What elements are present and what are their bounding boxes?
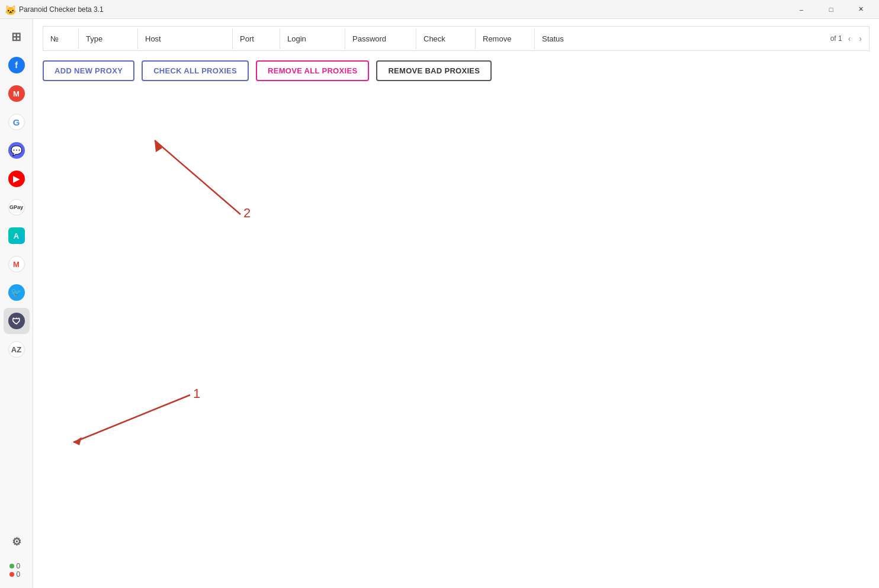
- sidebar-item-gmail-m[interactable]: M: [4, 251, 30, 277]
- google-icon: G: [8, 114, 25, 130]
- svg-marker-1: [73, 437, 82, 445]
- red-count: 0: [17, 570, 21, 579]
- apps-icon: ⊞: [8, 28, 25, 45]
- title-bar-left: 🐱 Paranoid Checker beta 3.1: [5, 5, 104, 14]
- pagination: of 1 ‹ ›: [830, 33, 864, 44]
- sidebar-item-az[interactable]: AZ: [4, 336, 30, 362]
- svg-marker-3: [155, 140, 162, 152]
- sidebar-item-discord[interactable]: 💬: [4, 137, 30, 163]
- shield-icon: 🛡: [8, 313, 25, 329]
- title-bar: 🐱 Paranoid Checker beta 3.1 – □ ✕: [0, 0, 879, 19]
- col-port: Port: [233, 28, 280, 49]
- minimize-button[interactable]: –: [788, 0, 815, 19]
- next-page-button[interactable]: ›: [856, 33, 864, 44]
- app-icon: 🐱: [5, 5, 14, 14]
- col-password: Password: [345, 28, 416, 49]
- sidebar-item-astra[interactable]: A: [4, 223, 30, 249]
- sidebar-item-shield[interactable]: 🛡: [4, 308, 30, 334]
- col-num: №: [43, 28, 79, 49]
- settings-button[interactable]: ⚙: [4, 529, 30, 555]
- maximize-button[interactable]: □: [817, 0, 845, 19]
- sidebar-item-facebook[interactable]: f: [4, 52, 30, 78]
- gmail-red-icon: M: [8, 85, 25, 102]
- col-host: Host: [138, 28, 233, 49]
- sidebar-item-gpay[interactable]: GPay: [4, 194, 30, 220]
- youtube-icon: ▶: [8, 171, 25, 187]
- astra-icon: A: [8, 227, 25, 244]
- sidebar-item-apps[interactable]: ⊞: [4, 24, 30, 50]
- prev-page-button[interactable]: ‹: [846, 33, 854, 44]
- buttons-row: ADD NEW PROXY CHECK ALL PROXIES REMOVE A…: [33, 51, 879, 91]
- twitter-icon: 🐦: [8, 284, 25, 301]
- annotations-layer: 1 2: [33, 19, 879, 588]
- facebook-icon: f: [8, 57, 25, 73]
- green-count: 0: [17, 562, 21, 570]
- window-controls: – □ ✕: [788, 0, 874, 19]
- sidebar-item-gmail-red[interactable]: M: [4, 81, 30, 107]
- app-title: Paranoid Checker beta 3.1: [19, 5, 104, 14]
- check-all-proxies-button[interactable]: CHECK ALL PROXIES: [142, 60, 249, 81]
- remove-bad-proxies-button[interactable]: REMOVE BAD PROXIES: [376, 60, 492, 81]
- annotation-1-label: 1: [193, 386, 200, 401]
- col-check: Check: [416, 28, 476, 49]
- col-login: Login: [280, 28, 345, 49]
- page-info: of 1: [830, 34, 842, 43]
- col-status: Status of 1 ‹ ›: [535, 27, 869, 50]
- green-status-row: 0: [9, 562, 27, 570]
- red-dot: [9, 572, 14, 577]
- annotation-2-label: 2: [243, 205, 251, 220]
- green-dot: [9, 564, 14, 568]
- col-remove: Remove: [476, 28, 535, 49]
- az-icon: AZ: [8, 341, 25, 358]
- app-body: ⊞ f M G 💬 ▶ GPay A M 🐦 🛡: [0, 19, 879, 588]
- sidebar-bottom: ⚙ 0 0: [4, 529, 30, 583]
- table-header: № Type Host Port Login Password Check Re…: [43, 26, 870, 51]
- add-new-proxy-button[interactable]: ADD NEW PROXY: [43, 60, 134, 81]
- sidebar-item-youtube[interactable]: ▶: [4, 166, 30, 192]
- status-section: 0 0: [4, 557, 30, 583]
- sidebar-item-google[interactable]: G: [4, 109, 30, 135]
- svg-line-2: [155, 140, 240, 214]
- remove-all-proxies-button[interactable]: REMOVE ALL PROXIES: [256, 60, 369, 81]
- settings-icon: ⚙: [8, 534, 25, 550]
- main-content: № Type Host Port Login Password Check Re…: [33, 19, 879, 588]
- gmail-m-icon: M: [8, 256, 25, 272]
- sidebar-item-twitter[interactable]: 🐦: [4, 279, 30, 306]
- close-button[interactable]: ✕: [847, 0, 874, 19]
- gpay-icon: GPay: [8, 199, 25, 216]
- col-type: Type: [79, 28, 138, 49]
- red-status-row: 0: [9, 570, 27, 579]
- discord-icon: 💬: [8, 142, 25, 159]
- sidebar: ⊞ f M G 💬 ▶ GPay A M 🐦 🛡: [0, 19, 33, 588]
- svg-line-0: [73, 395, 190, 442]
